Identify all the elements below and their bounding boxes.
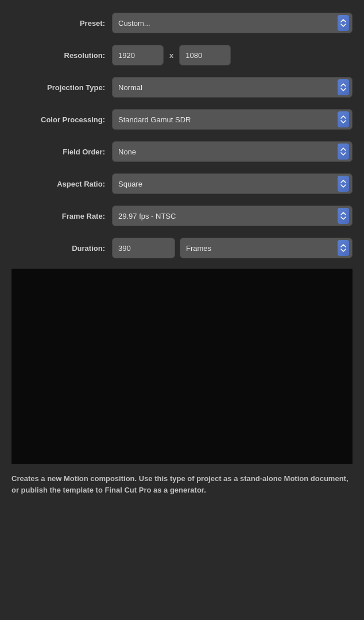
field-order-label: Field Order: bbox=[11, 148, 112, 156]
duration-control-area: 390 Frames Seconds Timecode bbox=[112, 238, 353, 258]
frame-rate-select[interactable]: 29.97 fps - NTSC 23.98 fps 24 fps 25 fps… bbox=[112, 206, 353, 226]
duration-unit-select[interactable]: Frames Seconds Timecode bbox=[180, 238, 353, 258]
settings-form: Preset: Custom... Resolution: 1920 x 108… bbox=[0, 0, 364, 259]
description-text: Creates a new Motion composition. Use th… bbox=[0, 464, 364, 507]
resolution-separator: x bbox=[169, 51, 173, 60]
projection-type-select-wrapper: Normal 360° bbox=[112, 77, 353, 98]
color-processing-select-wrapper: Standard Gamut SDR Wide Gamut HDR bbox=[112, 109, 353, 130]
aspect-ratio-select-wrapper: Square NTSC CCIR 601 PAL CCIR 601 bbox=[112, 173, 353, 194]
frame-rate-select-wrapper: 29.97 fps - NTSC 23.98 fps 24 fps 25 fps… bbox=[112, 206, 353, 226]
resolution-row: Resolution: 1920 x 1080 bbox=[11, 44, 353, 67]
color-processing-control-area: Standard Gamut SDR Wide Gamut HDR bbox=[112, 109, 353, 130]
preset-select[interactable]: Custom... bbox=[112, 13, 353, 33]
field-order-select[interactable]: None Upper First Lower First bbox=[112, 141, 353, 162]
field-order-select-wrapper: None Upper First Lower First bbox=[112, 141, 353, 162]
frame-rate-label: Frame Rate: bbox=[11, 212, 112, 220]
resolution-height-input[interactable]: 1080 bbox=[179, 45, 231, 65]
aspect-ratio-select[interactable]: Square NTSC CCIR 601 PAL CCIR 601 bbox=[112, 173, 353, 194]
preset-label: Preset: bbox=[11, 19, 112, 28]
duration-row: Duration: 390 Frames Seconds Timecode bbox=[11, 237, 353, 259]
resolution-label: Resolution: bbox=[11, 51, 112, 60]
duration-label: Duration: bbox=[11, 244, 112, 253]
field-order-control-area: None Upper First Lower First bbox=[112, 141, 353, 162]
duration-input[interactable]: 390 bbox=[112, 238, 175, 258]
preset-row: Preset: Custom... bbox=[11, 11, 353, 34]
projection-type-label: Projection Type: bbox=[11, 83, 112, 92]
aspect-ratio-control-area: Square NTSC CCIR 601 PAL CCIR 601 bbox=[112, 173, 353, 194]
preview-area bbox=[11, 269, 353, 464]
resolution-control-area: 1920 x 1080 bbox=[112, 45, 353, 65]
projection-type-row: Projection Type: Normal 360° bbox=[11, 76, 353, 99]
field-order-row: Field Order: None Upper First Lower Firs… bbox=[11, 140, 353, 163]
color-processing-select[interactable]: Standard Gamut SDR Wide Gamut HDR bbox=[112, 109, 353, 130]
color-processing-row: Color Processing: Standard Gamut SDR Wid… bbox=[11, 108, 353, 131]
frame-rate-row: Frame Rate: 29.97 fps - NTSC 23.98 fps 2… bbox=[11, 204, 353, 227]
projection-type-control-area: Normal 360° bbox=[112, 77, 353, 98]
duration-unit-select-wrapper: Frames Seconds Timecode bbox=[180, 238, 353, 258]
color-processing-label: Color Processing: bbox=[11, 115, 112, 124]
aspect-ratio-label: Aspect Ratio: bbox=[11, 180, 112, 188]
aspect-ratio-row: Aspect Ratio: Square NTSC CCIR 601 PAL C… bbox=[11, 172, 353, 195]
frame-rate-control-area: 29.97 fps - NTSC 23.98 fps 24 fps 25 fps… bbox=[112, 206, 353, 226]
resolution-width-input[interactable]: 1920 bbox=[112, 45, 164, 65]
preset-select-wrapper: Custom... bbox=[112, 13, 353, 33]
projection-type-select[interactable]: Normal 360° bbox=[112, 77, 353, 98]
preset-control-area: Custom... bbox=[112, 13, 353, 33]
